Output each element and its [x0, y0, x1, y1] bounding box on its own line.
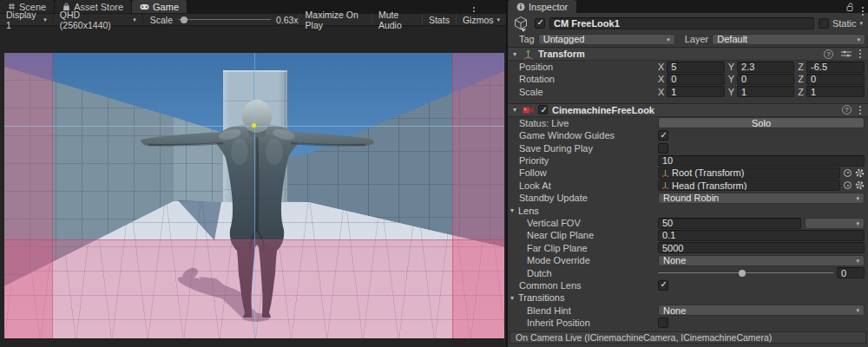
cinemachine-freelook-header[interactable]: ▾ CinemachineFreeLook ? [508, 103, 868, 117]
game-viewport[interactable] [4, 53, 504, 338]
far-clip-field[interactable] [658, 242, 865, 253]
game-window-guides-row: Game Window Guides [508, 129, 868, 141]
gear-icon[interactable] [855, 168, 865, 178]
follow-object-field[interactable]: Root (Transform) [658, 167, 840, 179]
position-z-field[interactable] [806, 62, 865, 73]
standby-update-dropdown[interactable]: Round Robin ▾ [658, 193, 865, 204]
lock-icon[interactable] [846, 3, 854, 11]
transform-row-position: Position X Y Z [508, 61, 868, 73]
inherit-position-checkbox[interactable] [658, 318, 668, 328]
scale-slider-knob[interactable] [181, 16, 187, 23]
stats-button[interactable]: Stats [422, 14, 456, 25]
kebab-menu-icon[interactable] [859, 109, 861, 111]
transform-row-scale: Scale X Y Z [508, 86, 868, 98]
near-clip-field[interactable] [658, 230, 865, 241]
dutch-row: Dutch [508, 267, 868, 279]
freelook-title: CinemachineFreeLook [552, 105, 654, 115]
vertical-fov-field[interactable] [658, 218, 801, 229]
object-picker-icon[interactable] [844, 181, 852, 189]
transform-row-rotation: Rotation X Y Z [508, 73, 868, 85]
dutch-slider[interactable] [658, 268, 833, 278]
gameobject-enabled-checkbox[interactable] [535, 18, 545, 29]
gameobject-header: Static ▾ [508, 13, 868, 31]
chevron-down-icon: ▾ [856, 307, 859, 313]
chevron-down-icon[interactable]: ▾ [859, 20, 863, 26]
gear-icon[interactable] [855, 180, 865, 190]
chevron-down-icon: ▾ [856, 195, 859, 201]
maximize-on-play-button[interactable]: Maximize On Play [299, 14, 372, 25]
scale-z-field[interactable] [806, 86, 865, 97]
vertical-fov-row: Vertical FOV ▾ [508, 217, 868, 229]
kebab-menu-icon[interactable] [859, 53, 861, 55]
priority-row: Priority [508, 154, 868, 167]
gizmos-dropdown[interactable]: Gizmos ▾ [456, 14, 506, 25]
fov-preset-dropdown[interactable]: ▾ [805, 218, 865, 229]
lens-foldout[interactable]: ▾ Lens [508, 205, 868, 217]
position-x-field[interactable] [667, 62, 724, 73]
foldout-arrow-icon[interactable]: ▾ [511, 50, 518, 58]
tag-layer-row: Tag Untagged ▾ Layer Default ▾ [508, 31, 868, 47]
guide-boundary-line-right [452, 53, 453, 338]
rotation-x-field[interactable] [667, 74, 724, 85]
status-row: Status: Live Solo [508, 117, 868, 129]
scale-x-field[interactable] [667, 86, 724, 97]
solo-button[interactable]: Solo [658, 117, 865, 128]
transform-mini-icon [661, 181, 669, 189]
transform-header[interactable]: ▾ Transform ? [508, 47, 868, 61]
lookat-row: Look At Head (Transform) [508, 180, 868, 192]
resolution-dropdown-label: QHD (2560x1440) [60, 10, 128, 30]
position-y-field[interactable] [737, 62, 794, 73]
guide-vertical-center-line [254, 53, 255, 338]
chevron-down-icon: ▾ [667, 36, 670, 43]
lookat-object-field[interactable]: Head (Transform) [658, 180, 840, 191]
transform-title: Transform [538, 49, 585, 59]
game-window-guides-checkbox[interactable] [658, 130, 668, 141]
tag-dropdown[interactable]: Untagged ▾ [538, 34, 675, 45]
foldout-arrow-icon: ▾ [510, 206, 514, 214]
rotation-z-field[interactable] [806, 74, 865, 85]
scale-slider[interactable] [178, 16, 271, 24]
save-during-play-row: Save During Play [508, 142, 868, 154]
display-dropdown[interactable]: Display 1 ▾ [0, 14, 54, 25]
axis-x-label: X [658, 62, 664, 72]
inherit-position-row: Inherit Position [508, 317, 868, 329]
tab-inspector[interactable]: Inspector [508, 0, 576, 13]
freelook-enabled-checkbox[interactable] [538, 105, 548, 115]
tab-game[interactable]: Game [132, 0, 187, 13]
layer-dropdown[interactable]: Default ▾ [712, 34, 865, 45]
status-label: Status: Live [519, 118, 569, 128]
save-during-play-checkbox[interactable] [658, 143, 668, 154]
help-icon[interactable]: ? [824, 49, 833, 59]
chevron-down-icon: ▾ [857, 36, 860, 43]
tab-game-label: Game [153, 2, 179, 12]
priority-field[interactable] [658, 155, 865, 167]
gameobject-cube-icon[interactable] [513, 16, 530, 31]
blend-hint-dropdown[interactable]: None ▾ [658, 304, 865, 316]
common-lens-checkbox[interactable] [658, 280, 668, 291]
scale-y-field[interactable] [737, 86, 794, 97]
blend-hint-row: Blend Hint None ▾ [508, 304, 868, 317]
position-label: Position [519, 62, 553, 72]
presets-icon[interactable] [841, 49, 852, 58]
help-icon[interactable]: ? [842, 105, 852, 115]
foldout-arrow-icon[interactable]: ▾ [511, 106, 518, 114]
static-checkbox[interactable] [819, 18, 829, 29]
gameobject-name-field[interactable] [549, 17, 814, 29]
game-view-panel: Scene Asset Store Game Display 1 ▾ [0, 0, 506, 347]
far-clip-row: Far Clip Plane [508, 242, 868, 254]
chevron-down-icon: ▾ [43, 16, 47, 23]
game-gamepad-icon [140, 3, 149, 10]
tag-label: Tag [519, 34, 535, 44]
transitions-foldout[interactable]: ▾ Transitions [508, 291, 868, 304]
info-circle-icon [516, 3, 525, 11]
inspector-panel: Inspector Static ▾ Tag Untagged [508, 0, 868, 347]
mode-override-dropdown[interactable]: None ▾ [658, 255, 865, 266]
resolution-dropdown[interactable]: QHD (2560x1440) ▾ [54, 14, 143, 25]
dutch-value-field[interactable] [837, 267, 865, 278]
mute-audio-button[interactable]: Mute Audio [372, 14, 422, 25]
rotation-y-field[interactable] [737, 74, 794, 85]
object-picker-icon[interactable] [844, 169, 852, 177]
guide-boundary-line-left [52, 53, 53, 338]
dutch-slider-knob[interactable] [739, 270, 746, 277]
game-toolbar: Display 1 ▾ QHD (2560x1440) ▾ Scale 0.63… [0, 13, 506, 26]
